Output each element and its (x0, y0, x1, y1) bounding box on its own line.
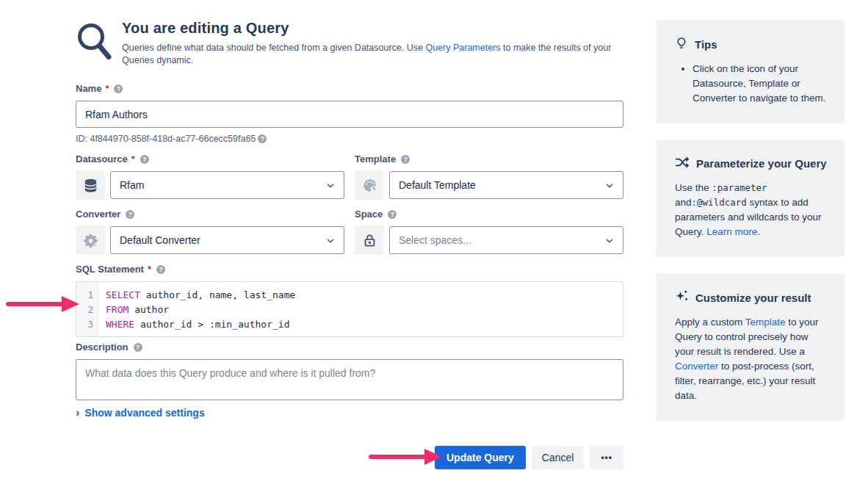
advanced-settings-label: Show advanced settings (84, 407, 204, 419)
lightbulb-icon (675, 36, 688, 52)
palette-icon[interactable] (355, 170, 384, 200)
help-icon[interactable]: ? (126, 210, 134, 219)
query-id: ID: 4f844970-858f-418d-ac77-66cecc59fa65… (76, 134, 623, 144)
sidebar: Tips Click on the icon of your Datasourc… (656, 20, 845, 437)
description-label: Description? (76, 342, 623, 353)
help-icon[interactable]: ? (388, 210, 397, 219)
chevron-down-icon (604, 181, 615, 193)
customize-title: Customize your result (695, 292, 811, 304)
name-section: Name*? ID: 4f844970-858f-418d-ac77-66cec… (76, 83, 623, 144)
page-header: You are editing a Query Queries define w… (76, 20, 623, 67)
tip-item: Click on the icon of your Datasource, Te… (692, 62, 827, 106)
subtitle-text: Queries define what data should be fetch… (122, 43, 425, 53)
sql-line: SELECT author_id, name, last_name (106, 288, 623, 303)
customize-text: Apply a custom Template to your Query to… (675, 315, 827, 403)
chevron-right-icon: › (76, 408, 79, 418)
help-icon[interactable]: ? (258, 134, 267, 143)
datasource-selected-value: Rfam (120, 179, 144, 191)
datasource-template-row: Datasource*? Rfam (76, 153, 623, 200)
converter-selected-value: Default Converter (120, 234, 200, 246)
space-placeholder: Select spaces... (399, 234, 471, 246)
page-title: You are editing a Query (122, 20, 623, 37)
chevron-down-icon (325, 181, 336, 193)
space-field: Space? Select spaces... (355, 209, 623, 255)
sql-line: WHERE author_id > :min_author_id (106, 317, 623, 332)
space-label: Space? (355, 209, 623, 220)
converter-label: Converter? (76, 209, 344, 220)
parameter-code: :parameter (712, 182, 767, 193)
datasource-label: Datasource*? (76, 153, 344, 165)
query-parameters-link[interactable]: Query Parameters (425, 43, 500, 53)
page-header-text: You are editing a Query Queries define w… (122, 20, 623, 67)
sql-label: SQL Statement*? (76, 264, 623, 275)
sparkles-icon (675, 289, 689, 306)
tips-title: Tips (695, 38, 717, 51)
page-subtitle: Queries define what data should be fetch… (122, 42, 623, 67)
query-edit-page: You are editing a Query Queries define w… (0, 0, 868, 484)
name-input[interactable] (76, 101, 623, 128)
parameterize-title: Parameterize your Query (696, 157, 827, 170)
converter-link[interactable]: Converter (675, 361, 718, 372)
sql-line-numbers: 1 2 3 (76, 282, 99, 336)
datasource-select[interactable]: Rfam (110, 171, 344, 199)
help-icon[interactable]: ? (156, 265, 165, 274)
converter-select[interactable]: Default Converter (110, 226, 344, 254)
parameterize-panel: Parameterize your Query Use the :paramet… (656, 140, 845, 257)
show-advanced-settings-link[interactable]: › Show advanced settings (76, 407, 205, 419)
shuffle-icon (675, 156, 690, 171)
sql-code-lines: SELECT author_id, name, last_name FROM a… (99, 282, 623, 332)
required-asterisk: * (148, 264, 151, 275)
magnifier-icon (76, 20, 117, 67)
wildcard-code: :@wildcard (692, 197, 747, 208)
description-section: Description? (76, 342, 623, 400)
template-link[interactable]: Template (745, 317, 786, 328)
help-icon[interactable]: ? (134, 343, 142, 352)
required-asterisk: * (105, 83, 109, 94)
customize-panel: Customize your result Apply a custom Tem… (656, 273, 845, 421)
tips-panel: Tips Click on the icon of your Datasourc… (656, 20, 845, 123)
space-select[interactable]: Select spaces... (389, 226, 623, 254)
database-icon[interactable] (76, 170, 105, 200)
help-icon[interactable]: ? (401, 155, 410, 164)
learn-more-link[interactable]: Learn more (706, 226, 757, 237)
chevron-down-icon (604, 236, 615, 248)
template-selected-value: Default Template (399, 179, 476, 191)
sql-section: SQL Statement*? 1 2 3 SELECT author_id, … (76, 264, 623, 337)
datasource-field: Datasource*? Rfam (76, 153, 344, 200)
name-label: Name*? (76, 83, 623, 94)
parameterize-text: Use the :parameter and:@wildcard syntax … (675, 181, 827, 239)
template-field: Template? Default Template (355, 153, 623, 200)
template-select[interactable]: Default Template (389, 171, 623, 199)
more-actions-button[interactable]: ••• (590, 446, 623, 469)
gear-icon[interactable] (76, 225, 105, 255)
required-asterisk: * (131, 153, 135, 165)
description-textarea[interactable] (76, 359, 623, 400)
help-icon[interactable]: ? (114, 84, 123, 93)
update-query-button[interactable]: Update Query (435, 446, 526, 469)
template-label: Template? (355, 153, 623, 165)
converter-space-row: Converter? Default Converter (76, 209, 623, 255)
sql-line: FROM author (106, 303, 623, 317)
help-icon[interactable]: ? (140, 155, 149, 164)
sql-code-editor[interactable]: 1 2 3 SELECT author_id, name, last_name … (76, 281, 623, 337)
cancel-button[interactable]: Cancel (532, 446, 585, 469)
form-actions: Update Query Cancel ••• (76, 446, 623, 469)
annotation-arrow-update-button (369, 449, 442, 465)
chevron-down-icon (325, 236, 336, 248)
lock-icon[interactable] (355, 225, 384, 255)
converter-field: Converter? Default Converter (76, 209, 344, 255)
annotation-arrow-sql (6, 296, 79, 312)
tips-list: Click on the icon of your Datasource, Te… (675, 62, 827, 106)
